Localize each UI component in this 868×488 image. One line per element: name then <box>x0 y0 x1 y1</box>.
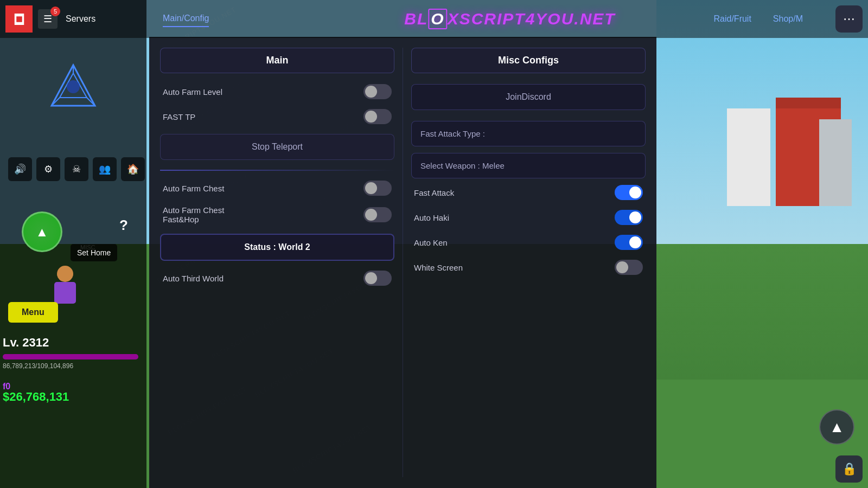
auto-farm-level-row: Auto Farm Level <box>160 84 394 99</box>
panel-body: Main Auto Farm Level FAST TP Stop Telepo… <box>149 37 656 488</box>
servers-button[interactable]: Servers <box>66 14 95 24</box>
stop-teleport-button[interactable]: Stop Teleport <box>160 134 394 160</box>
auto-haki-label: Auto Haki <box>414 213 449 222</box>
money-display: $26,768,131 <box>3 390 69 404</box>
level-display: Lv. 2312 <box>3 336 49 350</box>
script-panel: Main Auto Farm Level FAST TP Stop Telepo… <box>149 37 656 488</box>
white-screen-label: White Screen <box>414 263 463 272</box>
tab-main-config[interactable]: Main/Config <box>163 11 209 27</box>
main-section-header: Main <box>160 48 394 73</box>
fast-tp-row: FAST TP <box>160 109 394 124</box>
join-discord-button[interactable]: JoinDiscord <box>411 84 646 110</box>
white-screen-toggle[interactable] <box>615 260 643 275</box>
auto-farm-chest-row: Auto Farm Chest <box>160 181 394 196</box>
notifications[interactable]: ☰ 5 <box>38 9 58 29</box>
auto-ken-row: Auto Ken <box>411 235 646 250</box>
fast-tp-label: FAST TP <box>163 112 195 121</box>
fast-attack-label: Fast Attack <box>414 188 454 197</box>
misc-configs-section: Misc Configs JoinDiscord Fast Attack Typ… <box>403 48 646 477</box>
fast-tp-toggle[interactable] <box>363 109 392 124</box>
top-bar: ☰ 5 Servers Main/Config BLOXSCRIPT4YOU.N… <box>0 0 868 38</box>
divider <box>160 170 394 171</box>
sound-icon[interactable]: 🔊 <box>8 157 32 181</box>
misc-configs-header: Misc Configs <box>411 48 646 73</box>
tab-raid-fruit[interactable]: Raid/Fruit <box>714 11 751 27</box>
people-icon[interactable]: 👥 <box>93 157 117 181</box>
select-weapon-selector[interactable]: Select Weapon : Melee <box>411 153 646 178</box>
notification-badge: 5 <box>50 7 60 16</box>
arrow-up-button[interactable]: ▲ <box>819 409 854 445</box>
gear-icon[interactable]: ⚙ <box>36 157 60 181</box>
auto-farm-level-toggle[interactable] <box>363 84 392 99</box>
xp-text: 86,789,213/109,104,896 <box>3 362 73 370</box>
auto-third-world-toggle[interactable] <box>363 271 392 286</box>
xp-bar <box>3 354 138 359</box>
auto-farm-chest-fast-row: Auto Farm ChestFast&Hop <box>160 206 394 224</box>
auto-ken-toggle[interactable] <box>615 235 643 250</box>
svg-point-5 <box>67 80 80 93</box>
site-logo-text: BLOXSCRIPT4YOU.NET <box>404 10 615 28</box>
auto-farm-chest-fast-toggle[interactable] <box>363 207 392 222</box>
menu-button[interactable]: Menu <box>8 302 58 323</box>
white-screen-row: White Screen <box>411 260 646 275</box>
auto-farm-chest-label: Auto Farm Chest <box>163 184 224 193</box>
lock-button[interactable]: 🔒 <box>835 455 863 483</box>
auto-haki-toggle[interactable] <box>615 210 643 225</box>
status-button[interactable]: Status : World 2 <box>160 234 394 261</box>
auto-farm-chest-fast-label: Auto Farm ChestFast&Hop <box>163 206 224 224</box>
fast-attack-type-selector[interactable]: Fast Attack Type : <box>411 121 646 146</box>
tab-shop-misc[interactable]: Shop/M <box>773 11 803 27</box>
home-icon[interactable]: 🏠 <box>121 157 145 181</box>
auto-farm-level-label: Auto Farm Level <box>163 87 222 97</box>
hud-icons-row: 🔊 ⚙ ☠ 👥 🏠 <box>8 157 145 181</box>
auto-haki-row: Auto Haki <box>411 210 646 225</box>
roblox-logo[interactable] <box>5 5 33 33</box>
auto-third-world-row: Auto Third World <box>160 271 394 286</box>
auto-farm-chest-toggle[interactable] <box>363 181 392 196</box>
top-right-menu-button[interactable]: ⋯ <box>835 5 863 33</box>
avatar <box>49 62 98 111</box>
auto-third-world-label: Auto Third World <box>163 274 224 283</box>
auto-ken-label: Auto Ken <box>414 238 448 247</box>
skull-icon[interactable]: ☠ <box>65 157 88 181</box>
main-section: Main Auto Farm Level FAST TP Stop Telepo… <box>160 48 403 477</box>
set-home-button[interactable]: Set Home <box>71 244 117 261</box>
fast-attack-row: Fast Attack <box>411 185 646 200</box>
game-hud-panel: 🔊 ⚙ ☠ 👥 🏠 ▲ ? MISC Set Home Menu Lv. 231… <box>0 0 146 488</box>
misc-question[interactable]: ? <box>119 217 128 234</box>
compass[interactable]: ▲ <box>22 211 62 252</box>
fast-attack-toggle[interactable] <box>615 185 643 200</box>
svg-rect-8 <box>16 16 22 22</box>
